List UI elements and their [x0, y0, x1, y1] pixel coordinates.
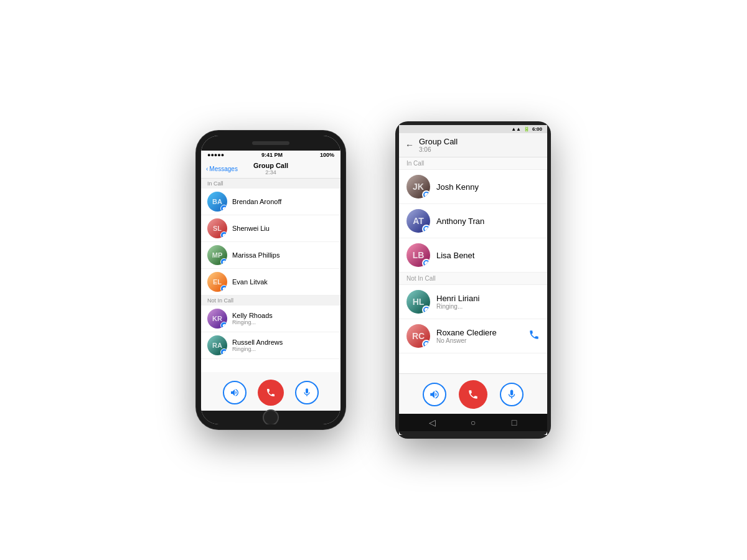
contact-name: Brendan Aronoff	[232, 198, 281, 205]
android-back-nav[interactable]: ◁	[425, 418, 439, 427]
avatar: BA	[207, 192, 227, 212]
iphone-home-bar	[201, 411, 341, 424]
iphone-back-button[interactable]: ‹ Messages	[206, 166, 238, 172]
contact-name: Marissa Phillips	[232, 251, 280, 259]
messenger-badge	[220, 258, 227, 265]
contact-info: Russell Andrews Ringing...	[232, 338, 283, 352]
avatar: RA	[207, 335, 227, 355]
list-item[interactable]: HL Henri Liriani Ringing...	[399, 285, 547, 319]
iphone-not-in-call-header: Not In Call	[201, 296, 341, 306]
iphone-status-time: 9:41 PM	[261, 152, 283, 158]
messenger-badge	[422, 225, 430, 233]
iphone-status-battery: 100%	[320, 152, 334, 158]
list-item[interactable]: KR Kelly Rhoads Ringing...	[201, 306, 341, 332]
messenger-badge	[220, 285, 227, 292]
avatar: KR	[207, 309, 227, 329]
android-not-in-call-header: Not In Call	[399, 273, 547, 285]
messenger-badge	[220, 205, 227, 212]
iphone-nav: ‹ Messages Group Call 2:34	[201, 159, 341, 179]
android-nav: ← Group Call 3:06	[399, 133, 547, 157]
avatar: LB	[406, 243, 430, 267]
android-time: 6:00	[532, 126, 542, 132]
android-status-bar: ▲▲ 🔋 6:00	[399, 125, 547, 133]
android-back-button[interactable]: ←	[405, 140, 414, 150]
iphone-back-label: Messages	[209, 166, 238, 172]
avatar: MP	[207, 245, 227, 265]
iphone-device: ●●●●● 9:41 PM 100% ‹ Messages Group Call…	[196, 131, 345, 429]
messenger-badge	[422, 259, 430, 267]
mute-button[interactable]	[500, 383, 524, 406]
android-chin	[399, 431, 547, 435]
iphone-back-chevron: ‹	[206, 166, 208, 172]
speaker-button[interactable]	[423, 383, 446, 406]
messenger-badge	[422, 306, 430, 314]
android-nav-title: Group Call	[419, 137, 458, 146]
contact-info: Henri Liriani Ringing...	[436, 294, 479, 310]
mute-button[interactable]	[295, 381, 319, 404]
messenger-badge	[220, 322, 227, 329]
list-item[interactable]: LB Lisa Benet	[399, 238, 547, 273]
messenger-badge	[422, 340, 430, 348]
iphone-home-button[interactable]	[263, 409, 279, 424]
android-content: In Call JK Josh Kenny AT	[399, 157, 547, 373]
end-call-button[interactable]	[459, 380, 487, 409]
avatar: EL	[207, 272, 227, 292]
list-item[interactable]: JK Josh Kenny	[399, 170, 547, 204]
avatar: SL	[207, 218, 227, 238]
end-call-button[interactable]	[258, 380, 284, 406]
list-item[interactable]: RA Russell Andrews Ringing...	[201, 332, 341, 359]
avatar: RC	[406, 324, 430, 348]
android-home-nav[interactable]: ○	[466, 418, 481, 427]
android-nav-subtitle: 3:06	[419, 146, 458, 153]
list-item[interactable]: RC Roxane Clediere No Answer	[399, 319, 547, 353]
list-item[interactable]: MP Marissa Phillips	[201, 242, 341, 269]
avatar: JK	[406, 175, 430, 198]
iphone-status-dots: ●●●●●	[207, 152, 224, 158]
android-call-controls	[399, 373, 547, 414]
android-recent-nav[interactable]: □	[507, 418, 522, 427]
contact-info: Roxane Clediere No Answer	[436, 328, 522, 344]
avatar: HL	[406, 290, 430, 314]
iphone-notch	[201, 136, 341, 151]
contact-name: Anthony Tran	[436, 217, 484, 226]
list-item[interactable]: AT Anthony Tran	[399, 204, 547, 238]
android-battery-icon: 🔋	[524, 126, 530, 132]
list-item[interactable]: SL Shenwei Liu	[201, 215, 341, 242]
android-system-nav: ◁ ○ □	[399, 414, 547, 431]
messenger-badge	[422, 190, 430, 198]
contact-name: Evan Litvak	[232, 278, 268, 286]
list-item[interactable]: EL Evan Litvak	[201, 269, 341, 296]
messenger-badge	[220, 348, 227, 355]
contact-name: Josh Kenny	[436, 182, 479, 192]
iphone-status-bar: ●●●●● 9:41 PM 100%	[201, 151, 341, 159]
avatar: AT	[406, 209, 430, 233]
call-again-icon[interactable]	[529, 329, 540, 343]
contact-name: Lisa Benet	[436, 251, 474, 260]
android-device: ▲▲ 🔋 6:00 ← Group Call 3:06 In Call JK	[395, 121, 551, 439]
contact-info: Kelly Rhoads Ringing...	[232, 312, 273, 325]
iphone-content: In Call BA Brendan Aronoff SL	[201, 179, 341, 372]
contact-name: Shenwei Liu	[232, 225, 270, 232]
android-nav-info: Group Call 3:06	[419, 137, 458, 153]
messenger-badge	[220, 231, 227, 238]
speaker-button[interactable]	[223, 381, 247, 404]
iphone-call-controls	[201, 372, 341, 411]
android-in-call-header: In Call	[399, 157, 547, 170]
iphone-in-call-header: In Call	[201, 179, 341, 189]
android-signal-icon: ▲▲	[511, 126, 521, 132]
list-item[interactable]: BA Brendan Aronoff	[201, 189, 341, 215]
